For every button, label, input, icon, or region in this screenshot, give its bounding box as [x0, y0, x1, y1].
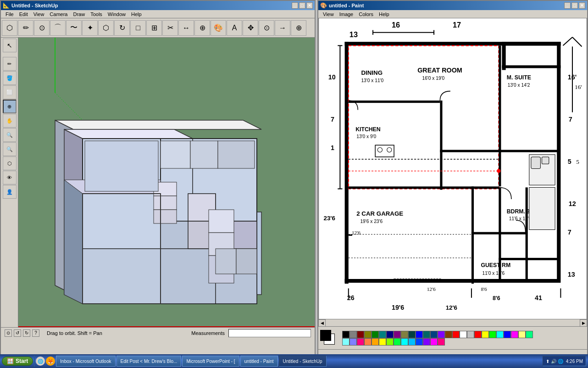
- color-cell-29[interactable]: [364, 338, 372, 346]
- color-cell-38[interactable]: [430, 338, 438, 346]
- paint-canvas-area[interactable]: 13 16 17 10 7 1 23'6 16' 7 5 12 7 13 26 …: [318, 18, 587, 319]
- color-cell-37[interactable]: [423, 338, 430, 346]
- minimize-button[interactable]: _: [292, 2, 298, 9]
- color-cell-2[interactable]: [357, 331, 364, 338]
- color-cell-5[interactable]: [379, 331, 386, 338]
- toolbar-walkthrough[interactable]: →: [275, 20, 290, 36]
- start-button[interactable]: 🪟 Start: [2, 357, 33, 366]
- paint-minimize-button[interactable]: _: [564, 2, 571, 9]
- color-cell-23[interactable]: [511, 331, 518, 338]
- hscroll-right[interactable]: ▶: [580, 319, 587, 327]
- sketchup-viewport[interactable]: [18, 38, 315, 327]
- menu-help[interactable]: Help: [128, 11, 144, 17]
- color-cell-3[interactable]: [364, 331, 372, 338]
- toolbar-rotate[interactable]: ↻: [114, 20, 130, 36]
- tool-select[interactable]: ↖: [3, 39, 17, 52]
- color-cell-12[interactable]: [430, 331, 438, 338]
- color-cell-32[interactable]: [386, 338, 394, 346]
- taskbar-icon-firefox[interactable]: 🦊: [46, 357, 55, 366]
- color-cell-16[interactable]: [460, 331, 467, 338]
- color-cell-11[interactable]: [423, 331, 430, 338]
- color-cell-15[interactable]: [452, 331, 460, 338]
- color-cell-33[interactable]: [394, 338, 401, 346]
- tool-walk[interactable]: 👤: [3, 185, 17, 199]
- menu-view[interactable]: View: [31, 11, 47, 17]
- tool-orbit[interactable]: ⊕: [3, 100, 17, 113]
- menu-camera[interactable]: Camera: [47, 11, 70, 17]
- color-cell-14[interactable]: [445, 331, 452, 338]
- toolbar-scale[interactable]: ⊞: [146, 20, 162, 36]
- measurements-input[interactable]: [228, 329, 311, 337]
- color-cell-26[interactable]: [342, 338, 349, 346]
- taskbar-paint[interactable]: untitled - Paint: [240, 356, 278, 367]
- color-cell-34[interactable]: [401, 338, 408, 346]
- paint-menu-image[interactable]: Image: [337, 11, 356, 17]
- toolbar-offset[interactable]: □: [130, 20, 146, 36]
- toolbar-eraser[interactable]: ⊕: [194, 20, 210, 36]
- taskbar-powerpoint[interactable]: Microsoft PowerPoint - [: [182, 356, 239, 367]
- menu-draw[interactable]: Draw: [70, 11, 88, 17]
- toolbar-circle[interactable]: ⊙: [34, 20, 50, 36]
- color-cell-21[interactable]: [496, 331, 504, 338]
- color-cell-24[interactable]: [518, 331, 526, 338]
- color-cell-10[interactable]: [416, 331, 423, 338]
- color-cell-30[interactable]: [372, 338, 379, 346]
- color-cell-35[interactable]: [408, 338, 416, 346]
- toolbar-tape[interactable]: ✂: [162, 20, 178, 36]
- tool-pan[interactable]: ✋: [3, 114, 17, 128]
- toolbar-dimension[interactable]: ↔: [178, 20, 194, 36]
- close-button[interactable]: ✕: [306, 2, 313, 9]
- color-cell-17[interactable]: [467, 331, 474, 338]
- paint-menu-help[interactable]: Help: [376, 11, 392, 17]
- foreground-color[interactable]: [320, 330, 331, 341]
- paint-close-button[interactable]: ✕: [579, 2, 585, 9]
- tool-pencil[interactable]: ✏: [3, 57, 17, 71]
- taskbar-icon-ie[interactable]: 🌐: [36, 357, 45, 366]
- color-cell-25[interactable]: [526, 331, 533, 338]
- toolbar-pencil[interactable]: ✏: [18, 20, 33, 36]
- paint-menu-view[interactable]: View: [320, 11, 337, 17]
- toolbar-move[interactable]: ✦: [82, 20, 98, 36]
- toolbar-freehand[interactable]: 〜: [66, 20, 82, 36]
- tool-zoom-window[interactable]: 🔍: [3, 142, 17, 156]
- color-cell-28[interactable]: [357, 338, 364, 346]
- tool-look-around[interactable]: 👁: [3, 171, 17, 184]
- floorplan-canvas[interactable]: 13 16 17 10 7 1 23'6 16' 7 5 12 7 13 26 …: [318, 18, 587, 319]
- color-cell-36[interactable]: [416, 338, 423, 346]
- tool-bucket[interactable]: 🪣: [3, 71, 17, 85]
- color-cell-18[interactable]: [474, 331, 482, 338]
- tool-zoom[interactable]: 🔍: [3, 128, 17, 142]
- paint-hscroll[interactable]: ◀ ▶: [318, 319, 587, 326]
- paint-menu-colors[interactable]: Colors: [356, 11, 376, 17]
- tool-eraser[interactable]: ⬜: [3, 85, 17, 99]
- taskbar-outlook[interactable]: Inbox - Microsoft Outlook: [56, 356, 115, 367]
- taskbar-blog[interactable]: Edit Post < Mr. Drew's Blo...: [116, 356, 182, 367]
- color-cell-19[interactable]: [482, 331, 489, 338]
- toolbar-select[interactable]: ⬡: [2, 20, 17, 36]
- hscroll-left[interactable]: ◀: [318, 319, 326, 327]
- color-cell-6[interactable]: [386, 331, 394, 338]
- paint-maximize-button[interactable]: □: [571, 2, 578, 9]
- color-cell-8[interactable]: [401, 331, 408, 338]
- toolbar-paint[interactable]: 🎨: [211, 20, 226, 36]
- color-cell-22[interactable]: [504, 331, 511, 338]
- color-cell-0[interactable]: [342, 331, 349, 338]
- color-cell-31[interactable]: [379, 338, 386, 346]
- toolbar-component[interactable]: ⊙: [259, 20, 274, 36]
- maximize-button[interactable]: □: [299, 2, 305, 9]
- toolbar-text[interactable]: A: [227, 20, 242, 36]
- menu-file[interactable]: File: [3, 11, 17, 17]
- toolbar-axes[interactable]: ✥: [243, 20, 258, 36]
- menu-tools[interactable]: Tools: [88, 11, 105, 17]
- color-cell-39[interactable]: [438, 338, 445, 346]
- color-cell-4[interactable]: [372, 331, 379, 338]
- toolbar-arc[interactable]: ⌒: [50, 20, 66, 36]
- color-cell-9[interactable]: [408, 331, 416, 338]
- tool-zoom-extents[interactable]: ⬡: [3, 156, 17, 170]
- toolbar-pushpull[interactable]: ⬡: [98, 20, 114, 36]
- menu-window[interactable]: Window: [105, 11, 128, 17]
- color-cell-7[interactable]: [394, 331, 401, 338]
- taskbar-sketchup[interactable]: Untitled - SketchUp: [279, 356, 327, 367]
- color-cell-20[interactable]: [489, 331, 496, 338]
- toolbar-extra1[interactable]: ⊕: [291, 20, 306, 36]
